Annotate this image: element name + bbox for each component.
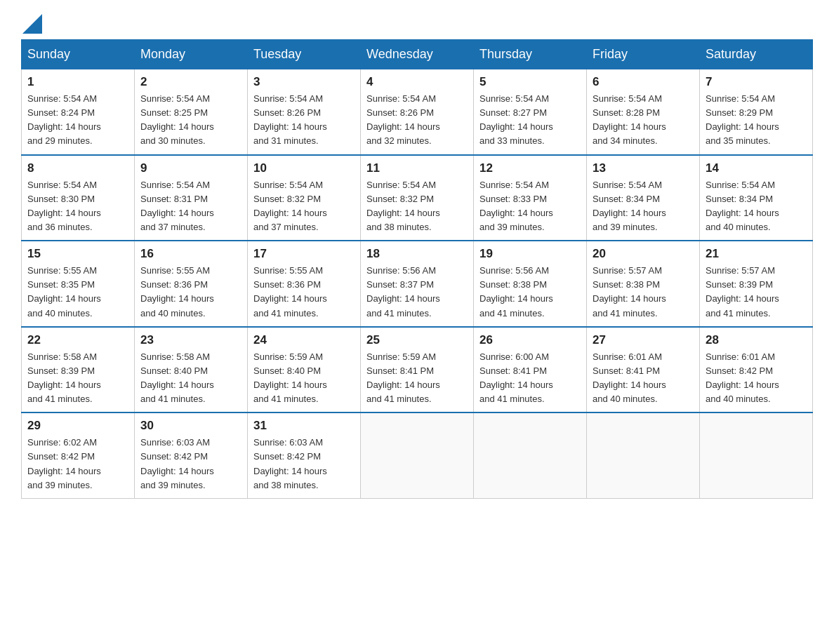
calendar-day-cell: 18Sunrise: 5:56 AMSunset: 8:37 PMDayligh… bbox=[361, 241, 474, 327]
calendar-day-cell: 29Sunrise: 6:02 AMSunset: 8:42 PMDayligh… bbox=[22, 412, 135, 498]
day-number: 18 bbox=[366, 247, 468, 261]
day-info: Sunrise: 5:57 AMSunset: 8:38 PMDaylight:… bbox=[593, 264, 694, 321]
calendar-week-row: 29Sunrise: 6:02 AMSunset: 8:42 PMDayligh… bbox=[22, 412, 813, 498]
day-info: Sunrise: 5:55 AMSunset: 8:36 PMDaylight:… bbox=[140, 264, 241, 321]
calendar-day-cell: 17Sunrise: 5:55 AMSunset: 8:36 PMDayligh… bbox=[248, 241, 361, 327]
calendar-day-cell bbox=[700, 412, 813, 498]
day-info: Sunrise: 6:03 AMSunset: 8:42 PMDaylight:… bbox=[253, 436, 355, 492]
day-info: Sunrise: 6:01 AMSunset: 8:41 PMDaylight:… bbox=[593, 350, 694, 407]
logo bbox=[21, 14, 42, 32]
day-number: 21 bbox=[706, 247, 807, 261]
calendar-day-cell: 16Sunrise: 5:55 AMSunset: 8:36 PMDayligh… bbox=[135, 241, 248, 327]
day-number: 12 bbox=[479, 161, 581, 175]
day-number: 10 bbox=[253, 161, 355, 175]
day-of-week-header: Friday bbox=[587, 40, 700, 69]
page-header bbox=[21, 14, 813, 32]
day-of-week-header: Wednesday bbox=[361, 40, 474, 69]
day-number: 28 bbox=[706, 333, 807, 347]
day-info: Sunrise: 5:54 AMSunset: 8:29 PMDaylight:… bbox=[706, 92, 807, 149]
day-info: Sunrise: 5:55 AMSunset: 8:35 PMDaylight:… bbox=[27, 264, 128, 321]
day-info: Sunrise: 5:54 AMSunset: 8:34 PMDaylight:… bbox=[706, 178, 807, 235]
day-info: Sunrise: 6:01 AMSunset: 8:42 PMDaylight:… bbox=[706, 350, 807, 407]
day-info: Sunrise: 6:02 AMSunset: 8:42 PMDaylight:… bbox=[27, 436, 128, 492]
calendar-day-cell: 26Sunrise: 6:00 AMSunset: 8:41 PMDayligh… bbox=[474, 327, 587, 413]
calendar-day-cell: 21Sunrise: 5:57 AMSunset: 8:39 PMDayligh… bbox=[700, 241, 813, 327]
day-info: Sunrise: 5:54 AMSunset: 8:25 PMDaylight:… bbox=[140, 92, 241, 149]
day-number: 11 bbox=[366, 161, 468, 175]
calendar-day-cell: 5Sunrise: 5:54 AMSunset: 8:27 PMDaylight… bbox=[474, 69, 587, 155]
day-number: 5 bbox=[479, 75, 581, 89]
day-info: Sunrise: 5:55 AMSunset: 8:36 PMDaylight:… bbox=[253, 264, 355, 321]
day-info: Sunrise: 5:54 AMSunset: 8:32 PMDaylight:… bbox=[366, 178, 468, 235]
calendar-week-row: 1Sunrise: 5:54 AMSunset: 8:24 PMDaylight… bbox=[22, 69, 813, 155]
day-info: Sunrise: 5:56 AMSunset: 8:38 PMDaylight:… bbox=[479, 264, 581, 321]
day-number: 16 bbox=[140, 247, 241, 261]
day-number: 6 bbox=[593, 75, 694, 89]
calendar-day-cell: 2Sunrise: 5:54 AMSunset: 8:25 PMDaylight… bbox=[135, 69, 248, 155]
day-info: Sunrise: 5:56 AMSunset: 8:37 PMDaylight:… bbox=[366, 264, 468, 321]
day-info: Sunrise: 5:57 AMSunset: 8:39 PMDaylight:… bbox=[706, 264, 807, 321]
calendar-day-cell: 30Sunrise: 6:03 AMSunset: 8:42 PMDayligh… bbox=[135, 412, 248, 498]
calendar-day-cell: 15Sunrise: 5:55 AMSunset: 8:35 PMDayligh… bbox=[22, 241, 135, 327]
calendar-day-cell: 24Sunrise: 5:59 AMSunset: 8:40 PMDayligh… bbox=[248, 327, 361, 413]
day-of-week-header: Tuesday bbox=[248, 40, 361, 69]
day-number: 3 bbox=[253, 75, 355, 89]
day-info: Sunrise: 5:54 AMSunset: 8:32 PMDaylight:… bbox=[253, 178, 355, 235]
calendar-body: 1Sunrise: 5:54 AMSunset: 8:24 PMDaylight… bbox=[22, 69, 813, 499]
calendar-day-cell: 20Sunrise: 5:57 AMSunset: 8:38 PMDayligh… bbox=[587, 241, 700, 327]
day-info: Sunrise: 5:54 AMSunset: 8:26 PMDaylight:… bbox=[253, 92, 355, 149]
calendar-day-cell bbox=[474, 412, 587, 498]
day-number: 31 bbox=[253, 419, 355, 433]
calendar-day-cell: 31Sunrise: 6:03 AMSunset: 8:42 PMDayligh… bbox=[248, 412, 361, 498]
day-info: Sunrise: 6:00 AMSunset: 8:41 PMDaylight:… bbox=[479, 350, 581, 407]
day-number: 14 bbox=[706, 161, 807, 175]
calendar-header: SundayMondayTuesdayWednesdayThursdayFrid… bbox=[22, 40, 813, 69]
day-info: Sunrise: 5:54 AMSunset: 8:28 PMDaylight:… bbox=[593, 92, 694, 149]
calendar-day-cell: 25Sunrise: 5:59 AMSunset: 8:41 PMDayligh… bbox=[361, 327, 474, 413]
calendar-day-cell: 28Sunrise: 6:01 AMSunset: 8:42 PMDayligh… bbox=[700, 327, 813, 413]
day-info: Sunrise: 5:58 AMSunset: 8:40 PMDaylight:… bbox=[140, 350, 241, 407]
day-info: Sunrise: 5:54 AMSunset: 8:26 PMDaylight:… bbox=[366, 92, 468, 149]
day-number: 19 bbox=[479, 247, 581, 261]
calendar-day-cell: 27Sunrise: 6:01 AMSunset: 8:41 PMDayligh… bbox=[587, 327, 700, 413]
day-info: Sunrise: 5:59 AMSunset: 8:40 PMDaylight:… bbox=[253, 350, 355, 407]
calendar-day-cell bbox=[587, 412, 700, 498]
calendar-week-row: 8Sunrise: 5:54 AMSunset: 8:30 PMDaylight… bbox=[22, 155, 813, 241]
day-info: Sunrise: 5:54 AMSunset: 8:30 PMDaylight:… bbox=[27, 178, 128, 235]
day-info: Sunrise: 5:54 AMSunset: 8:33 PMDaylight:… bbox=[479, 178, 581, 235]
day-of-week-header: Thursday bbox=[474, 40, 587, 69]
day-number: 20 bbox=[593, 247, 694, 261]
svg-marker-0 bbox=[22, 14, 42, 34]
days-of-week-row: SundayMondayTuesdayWednesdayThursdayFrid… bbox=[22, 40, 813, 69]
day-of-week-header: Monday bbox=[135, 40, 248, 69]
calendar-day-cell: 4Sunrise: 5:54 AMSunset: 8:26 PMDaylight… bbox=[361, 69, 474, 155]
day-info: Sunrise: 5:54 AMSunset: 8:27 PMDaylight:… bbox=[479, 92, 581, 149]
day-number: 30 bbox=[140, 419, 241, 433]
day-number: 29 bbox=[27, 419, 128, 433]
calendar-day-cell: 3Sunrise: 5:54 AMSunset: 8:26 PMDaylight… bbox=[248, 69, 361, 155]
day-of-week-header: Sunday bbox=[22, 40, 135, 69]
day-number: 25 bbox=[366, 333, 468, 347]
day-number: 8 bbox=[27, 161, 128, 175]
day-number: 23 bbox=[140, 333, 241, 347]
day-number: 9 bbox=[140, 161, 241, 175]
day-number: 22 bbox=[27, 333, 128, 347]
calendar-day-cell: 8Sunrise: 5:54 AMSunset: 8:30 PMDaylight… bbox=[22, 155, 135, 241]
day-info: Sunrise: 5:54 AMSunset: 8:24 PMDaylight:… bbox=[27, 92, 128, 149]
day-number: 7 bbox=[706, 75, 807, 89]
calendar-day-cell: 12Sunrise: 5:54 AMSunset: 8:33 PMDayligh… bbox=[474, 155, 587, 241]
day-info: Sunrise: 6:03 AMSunset: 8:42 PMDaylight:… bbox=[140, 436, 241, 492]
day-number: 4 bbox=[366, 75, 468, 89]
calendar-day-cell: 1Sunrise: 5:54 AMSunset: 8:24 PMDaylight… bbox=[22, 69, 135, 155]
calendar-day-cell: 9Sunrise: 5:54 AMSunset: 8:31 PMDaylight… bbox=[135, 155, 248, 241]
calendar-week-row: 15Sunrise: 5:55 AMSunset: 8:35 PMDayligh… bbox=[22, 241, 813, 327]
calendar-day-cell: 23Sunrise: 5:58 AMSunset: 8:40 PMDayligh… bbox=[135, 327, 248, 413]
calendar-day-cell: 6Sunrise: 5:54 AMSunset: 8:28 PMDaylight… bbox=[587, 69, 700, 155]
day-of-week-header: Saturday bbox=[700, 40, 813, 69]
day-number: 17 bbox=[253, 247, 355, 261]
calendar-table: SundayMondayTuesdayWednesdayThursdayFrid… bbox=[21, 39, 813, 499]
day-number: 15 bbox=[27, 247, 128, 261]
calendar-week-row: 22Sunrise: 5:58 AMSunset: 8:39 PMDayligh… bbox=[22, 327, 813, 413]
day-number: 24 bbox=[253, 333, 355, 347]
day-number: 1 bbox=[27, 75, 128, 89]
